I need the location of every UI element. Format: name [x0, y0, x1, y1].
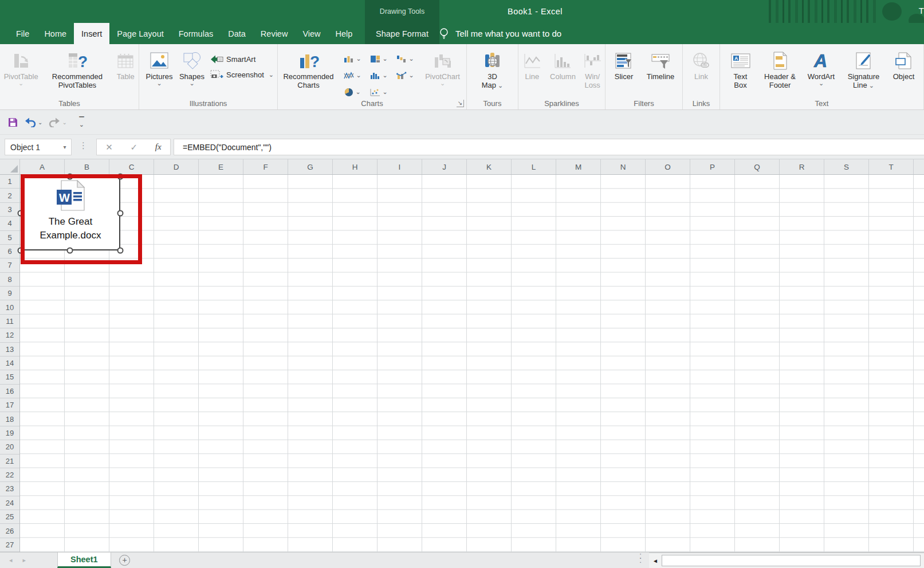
row-header[interactable]: 23: [0, 482, 19, 496]
save-button[interactable]: [6, 117, 20, 128]
shapes-button[interactable]: Shapes ⌄: [177, 47, 207, 86]
column-header[interactable]: M: [556, 159, 601, 174]
column-header[interactable]: D: [154, 159, 199, 174]
header-footer-button[interactable]: Header & Footer: [759, 47, 801, 89]
insert-histogram-chart-button[interactable]: ⌄: [366, 67, 392, 84]
chevron-down-icon: ⌄: [819, 81, 824, 86]
tab-review[interactable]: Review: [253, 23, 296, 44]
slicer-button[interactable]: Slicer: [608, 47, 639, 81]
column-header[interactable]: C: [109, 159, 154, 174]
row-header[interactable]: 2: [0, 189, 19, 202]
sheet-tab-sheet1[interactable]: Sheet1: [57, 553, 111, 568]
tab-help[interactable]: Help: [328, 23, 360, 44]
row-header[interactable]: 20: [0, 440, 19, 454]
row-header[interactable]: 10: [0, 300, 19, 314]
row-header[interactable]: 26: [0, 524, 19, 538]
recommended-charts-button[interactable]: ? Recommended Charts: [279, 47, 339, 89]
column-header[interactable]: H: [333, 159, 378, 174]
three-d-map-button[interactable]: 3D Map⌄: [476, 47, 509, 89]
tab-view[interactable]: View: [295, 23, 328, 44]
column-header[interactable]: B: [65, 159, 109, 174]
row-header[interactable]: 15: [0, 370, 19, 384]
tab-bar-resize-handle[interactable]: ⁚⁚: [639, 554, 642, 562]
tab-home[interactable]: Home: [37, 23, 74, 44]
insert-scatter-chart-button[interactable]: ⌄: [366, 84, 392, 100]
tab-file[interactable]: File: [9, 23, 37, 44]
object-button[interactable]: Object: [888, 47, 919, 81]
column-header[interactable]: Q: [735, 159, 780, 174]
signature-line-button[interactable]: Signature Line⌄: [842, 47, 886, 89]
tab-data[interactable]: Data: [221, 23, 253, 44]
tab-insert[interactable]: Insert: [74, 23, 109, 44]
row-header[interactable]: 12: [0, 328, 19, 342]
column-header[interactable]: J: [422, 159, 467, 174]
pictures-button[interactable]: Pictures ⌄: [143, 47, 176, 86]
scroll-left-arrow-icon[interactable]: ◄: [649, 558, 662, 564]
column-header[interactable]: N: [601, 159, 646, 174]
insert-line-chart-button[interactable]: ⌄: [340, 67, 366, 84]
column-header[interactable]: E: [199, 159, 243, 174]
row-header[interactable]: 25: [0, 510, 19, 524]
row-header[interactable]: 3: [0, 203, 19, 217]
row-header[interactable]: 22: [0, 468, 19, 482]
insert-function-icon[interactable]: fx: [155, 142, 162, 152]
row-header[interactable]: 13: [0, 343, 19, 357]
column-header[interactable]: R: [780, 159, 824, 174]
row-header[interactable]: 11: [0, 315, 19, 328]
screenshot-button[interactable]: Screenshot ⌄: [210, 70, 274, 80]
column-header[interactable]: F: [243, 159, 288, 174]
row-header[interactable]: 14: [0, 357, 19, 370]
column-header[interactable]: S: [824, 159, 869, 174]
tell-me-box[interactable]: Tell me what you want to do: [438, 23, 561, 44]
wordart-button[interactable]: A WordArt ⌄: [804, 47, 839, 86]
column-header[interactable]: A: [20, 159, 65, 174]
row-header[interactable]: 21: [0, 455, 19, 468]
row-header[interactable]: 24: [0, 496, 19, 510]
row-header[interactable]: 17: [0, 398, 19, 412]
select-all-corner[interactable]: [0, 159, 20, 174]
column-header[interactable]: O: [646, 159, 690, 174]
row-header[interactable]: 18: [0, 412, 19, 426]
new-sheet-button[interactable]: +: [119, 555, 130, 566]
row-header[interactable]: 4: [0, 217, 19, 230]
row-header[interactable]: 5: [0, 231, 19, 245]
insert-combo-chart-button[interactable]: ⌄: [392, 67, 419, 84]
insert-hierarchy-chart-button[interactable]: ⌄: [366, 50, 392, 67]
row-header[interactable]: 8: [0, 273, 19, 287]
row-header[interactable]: 7: [0, 258, 19, 272]
redo-button[interactable]: ⌄: [46, 117, 68, 127]
tab-shape-format[interactable]: Shape Format: [365, 23, 439, 44]
tab-formulas[interactable]: Formulas: [171, 23, 221, 44]
row-header[interactable]: 27: [0, 538, 19, 552]
row-header[interactable]: 19: [0, 426, 19, 440]
customize-quick-access-toolbar-button[interactable]: ▔⌄: [79, 117, 84, 127]
formula-input[interactable]: =EMBED("Document",""): [174, 139, 924, 155]
column-header[interactable]: I: [378, 159, 422, 174]
recommended-pivottables-button[interactable]: ? Recommended PivotTables: [43, 47, 111, 89]
name-box-dropdown-icon[interactable]: ▾: [58, 144, 71, 150]
timeline-button[interactable]: Timeline: [642, 47, 679, 81]
insert-column-chart-button[interactable]: ⌄: [340, 50, 366, 67]
cell-grid[interactable]: [20, 175, 924, 552]
row-header[interactable]: 6: [0, 245, 19, 258]
formula-bar-drag-handle[interactable]: ⋮: [79, 140, 88, 151]
row-header[interactable]: 16: [0, 385, 19, 398]
tab-page-layout[interactable]: Page Layout: [109, 23, 171, 44]
smartart-button[interactable]: SmartArt: [210, 54, 274, 65]
column-header[interactable]: K: [467, 159, 512, 174]
text-box-button[interactable]: A Text Box: [725, 47, 757, 89]
column-header[interactable]: T: [869, 159, 914, 174]
cancel-formula-icon[interactable]: ✕: [105, 142, 113, 152]
insert-waterfall-chart-button[interactable]: ⌄: [392, 50, 419, 67]
enter-formula-icon[interactable]: ✓: [131, 142, 138, 152]
column-header[interactable]: P: [690, 159, 735, 174]
column-header[interactable]: L: [512, 159, 556, 174]
insert-pie-chart-button[interactable]: ⌄: [340, 84, 366, 100]
row-header[interactable]: 1: [0, 175, 19, 189]
row-header[interactable]: 9: [0, 287, 19, 300]
undo-button[interactable]: ⌄: [22, 117, 44, 127]
horizontal-scrollbar-thumb[interactable]: [662, 555, 921, 566]
name-box[interactable]: Object 1 ▾: [5, 139, 72, 155]
column-header[interactable]: G: [288, 159, 333, 174]
chevron-down-icon: ⌄: [408, 73, 414, 78]
